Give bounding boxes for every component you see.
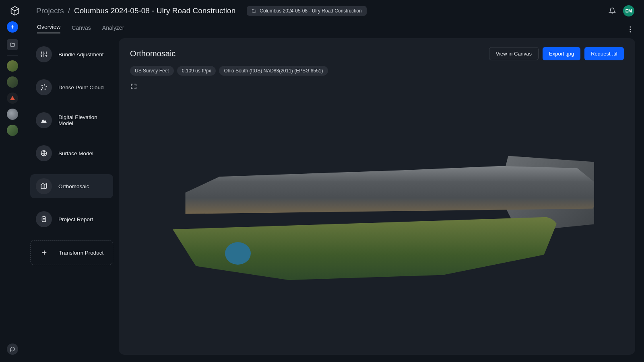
notifications-button[interactable] <box>609 7 616 14</box>
product-dem[interactable]: Digital Elevation Model <box>30 108 113 132</box>
rail-project-thumb-warning[interactable] <box>7 93 18 104</box>
avatar-initials: EM <box>625 8 632 13</box>
product-label: Dense Point Cloud <box>58 84 104 90</box>
globe-icon <box>36 145 52 161</box>
header-right: EM <box>609 5 634 16</box>
product-bundle-adjustment[interactable]: Bundle Adjustment <box>30 42 113 66</box>
product-label: Digital Elevation Model <box>58 114 107 126</box>
svg-point-8 <box>41 89 42 90</box>
content-header: Orthomosaic View in Canvas Export .jpg R… <box>130 47 624 60</box>
plus-icon <box>10 24 15 30</box>
product-label: Surface Model <box>58 150 93 156</box>
crs-chip: Ohio South (ftUS) NAD83(2011) (EPSG:6551… <box>219 66 328 76</box>
rail-project-thumb[interactable] <box>7 125 18 136</box>
rail-project-thumb[interactable] <box>7 60 18 72</box>
folder-chip[interactable]: Columbus 2024-05-08 - Ulry Road Construc… <box>247 6 366 16</box>
product-orthomosaic[interactable]: Orthomosaic <box>30 174 113 198</box>
svg-rect-10 <box>42 217 46 222</box>
plus-icon <box>36 245 52 261</box>
svg-point-0 <box>630 26 631 27</box>
kebab-icon <box>630 26 631 33</box>
rail-divider <box>7 55 18 56</box>
rail-project-thumb[interactable] <box>7 76 18 88</box>
points-icon <box>36 79 52 95</box>
header: Projects / Columbus 2024-05-08 - Ulry Ro… <box>0 0 644 21</box>
product-label: Project Report <box>58 216 93 222</box>
breadcrumb-project[interactable]: Columbus 2024-05-08 - Ulry Road Construc… <box>74 6 235 15</box>
view-in-canvas-button[interactable]: View in Canvas <box>489 47 539 60</box>
content-actions: View in Canvas Export .jpg Request .tif <box>489 47 624 60</box>
rail-project-thumb[interactable] <box>7 109 18 120</box>
main: Bundle Adjustment Dense Point Cloud Digi… <box>30 38 635 355</box>
product-label: Orthomosaic <box>58 183 89 189</box>
content-card: Orthomosaic View in Canvas Export .jpg R… <box>119 38 635 355</box>
orthomosaic-image <box>160 156 594 283</box>
breadcrumb-root[interactable]: Projects <box>36 6 64 15</box>
map-icon <box>36 178 52 194</box>
chip-row: US Survey Feet 0.109 us-ft/px Ohio South… <box>130 66 624 76</box>
bell-icon <box>609 7 616 14</box>
user-avatar[interactable]: EM <box>623 5 634 16</box>
product-surface-model[interactable]: Surface Model <box>30 141 113 165</box>
product-list: Bundle Adjustment Dense Point Cloud Digi… <box>30 38 113 355</box>
svg-point-7 <box>45 88 46 90</box>
breadcrumb-sep: / <box>68 6 70 15</box>
chat-button[interactable] <box>7 343 18 355</box>
product-label: Bundle Adjustment <box>58 51 104 58</box>
svg-point-6 <box>42 87 43 88</box>
breadcrumb: Projects / Columbus 2024-05-08 - Ulry Ro… <box>36 6 235 15</box>
chat-icon <box>10 346 15 352</box>
svg-point-1 <box>630 29 631 30</box>
product-transform[interactable]: Transform Product <box>30 240 113 265</box>
tab-analyzer[interactable]: Analyzer <box>102 25 124 33</box>
svg-point-4 <box>44 84 45 86</box>
tab-canvas[interactable]: Canvas <box>72 25 91 33</box>
left-rail <box>0 0 25 362</box>
tab-overview[interactable]: Overview <box>37 24 60 33</box>
svg-point-3 <box>41 85 43 86</box>
product-dense-point-cloud[interactable]: Dense Point Cloud <box>30 75 113 99</box>
folder-chip-label: Columbus 2024-05-08 - Ulry Road Construc… <box>260 8 361 14</box>
product-label: Transform Product <box>59 250 103 256</box>
more-menu-button[interactable] <box>626 25 634 33</box>
svg-point-5 <box>46 86 47 87</box>
mountain-icon <box>36 112 52 128</box>
export-jpg-button[interactable]: Export .jpg <box>543 47 580 60</box>
product-project-report[interactable]: Project Report <box>30 207 113 231</box>
unit-chip: US Survey Feet <box>130 66 174 76</box>
expand-icon <box>130 83 137 90</box>
add-button[interactable] <box>7 21 18 33</box>
folder-icon <box>10 42 15 47</box>
svg-point-2 <box>630 31 631 32</box>
clipboard-icon <box>36 211 52 227</box>
content-title: Orthomosaic <box>130 49 175 58</box>
gsd-chip: 0.109 us-ft/px <box>177 66 216 76</box>
expand-button[interactable] <box>130 83 140 93</box>
folder-icon <box>252 8 256 13</box>
request-tif-button[interactable]: Request .tif <box>584 47 624 60</box>
orthomosaic-viewer[interactable] <box>130 93 624 346</box>
sliders-icon <box>36 46 52 62</box>
rail-folder-button[interactable] <box>7 39 18 50</box>
tabs: Overview Canvas Analyzer <box>0 21 644 33</box>
